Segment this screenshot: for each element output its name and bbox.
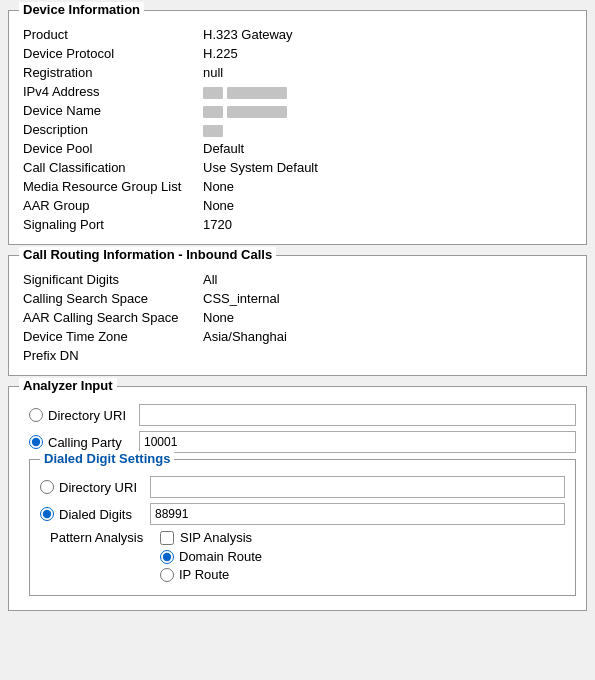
analyzer-input-section: Analyzer Input Directory URI Calling Par… xyxy=(8,386,587,611)
call-routing-title: Call Routing Information - Inbound Calls xyxy=(19,247,276,262)
row-value: H.225 xyxy=(199,44,576,63)
pattern-analysis-label: Pattern Analysis xyxy=(50,530,160,545)
row-label: Calling Search Space xyxy=(19,289,199,308)
row-label: Device Protocol xyxy=(19,44,199,63)
analyzer-directory-uri-radio[interactable] xyxy=(29,408,43,422)
analyzer-inner: Directory URI Calling Party Dialed Digit… xyxy=(19,395,576,596)
row-value: Asia/Shanghai xyxy=(199,327,576,346)
table-row: Significant DigitsAll xyxy=(19,270,576,289)
row-value xyxy=(199,82,576,101)
row-label: Device Time Zone xyxy=(19,327,199,346)
table-row: Device PoolDefault xyxy=(19,139,576,158)
dialed-digits-radio[interactable] xyxy=(40,507,54,521)
table-row: Device Name xyxy=(19,101,576,120)
row-label: Device Pool xyxy=(19,139,199,158)
call-routing-table: Significant DigitsAllCalling Search Spac… xyxy=(19,270,576,365)
route-options-container: Domain Route IP Route xyxy=(160,549,565,582)
analyzer-calling-party-row: Calling Party xyxy=(29,431,576,453)
table-row: Calling Search SpaceCSS_internal xyxy=(19,289,576,308)
row-label: Prefix DN xyxy=(19,346,199,365)
device-info-title: Device Information xyxy=(19,2,144,17)
ip-route-label: IP Route xyxy=(179,567,229,582)
row-value: Default xyxy=(199,139,576,158)
table-row: AAR GroupNone xyxy=(19,196,576,215)
table-row: Call ClassificationUse System Default xyxy=(19,158,576,177)
table-row: Signaling Port1720 xyxy=(19,215,576,234)
dialed-digit-settings-section: Dialed Digit Settings Directory URI Dial… xyxy=(29,459,576,596)
domain-route-option: Domain Route xyxy=(160,549,565,564)
pattern-analysis-row: Pattern Analysis SIP Analysis xyxy=(40,530,565,545)
dialed-digit-settings-title: Dialed Digit Settings xyxy=(40,451,174,466)
dialed-digits-row: Dialed Digits xyxy=(40,503,565,525)
sip-analysis-label: SIP Analysis xyxy=(180,530,252,545)
table-row: Prefix DN xyxy=(19,346,576,365)
dialed-directory-uri-radio[interactable] xyxy=(40,480,54,494)
analyzer-directory-uri-row: Directory URI xyxy=(29,404,576,426)
row-value: CSS_internal xyxy=(199,289,576,308)
pixelated-block xyxy=(203,87,223,99)
row-label: AAR Group xyxy=(19,196,199,215)
sip-analysis-checkbox[interactable] xyxy=(160,531,174,545)
row-label: Product xyxy=(19,25,199,44)
analyzer-calling-party-label[interactable]: Calling Party xyxy=(29,435,139,450)
row-value: None xyxy=(199,196,576,215)
pixelated-block xyxy=(227,106,287,118)
row-label: Call Classification xyxy=(19,158,199,177)
table-row: Device ProtocolH.225 xyxy=(19,44,576,63)
row-value: All xyxy=(199,270,576,289)
table-row: IPv4 Address xyxy=(19,82,576,101)
analyzer-directory-uri-label[interactable]: Directory URI xyxy=(29,408,139,423)
table-row: ProductH.323 Gateway xyxy=(19,25,576,44)
table-row: Device Time ZoneAsia/Shanghai xyxy=(19,327,576,346)
device-info-table: ProductH.323 GatewayDevice ProtocolH.225… xyxy=(19,25,576,234)
analyzer-input-title: Analyzer Input xyxy=(19,378,117,393)
table-row: Registrationnull xyxy=(19,63,576,82)
row-value: None xyxy=(199,177,576,196)
pixelated-block xyxy=(227,87,287,99)
row-value xyxy=(199,346,576,365)
table-row: Media Resource Group ListNone xyxy=(19,177,576,196)
analyzer-calling-party-radio[interactable] xyxy=(29,435,43,449)
call-routing-section: Call Routing Information - Inbound Calls… xyxy=(8,255,587,376)
dialed-directory-uri-input[interactable] xyxy=(150,476,565,498)
row-label: Media Resource Group List xyxy=(19,177,199,196)
row-value: null xyxy=(199,63,576,82)
row-label: Significant Digits xyxy=(19,270,199,289)
row-value xyxy=(199,101,576,120)
device-information-section: Device Information ProductH.323 GatewayD… xyxy=(8,10,587,245)
pixelated-block xyxy=(203,125,223,137)
sip-analysis-container: SIP Analysis xyxy=(160,530,252,545)
pixelated-block xyxy=(203,106,223,118)
row-label: Registration xyxy=(19,63,199,82)
row-label: IPv4 Address xyxy=(19,82,199,101)
row-label: Description xyxy=(19,120,199,139)
ip-route-option: IP Route xyxy=(160,567,565,582)
row-value: 1720 xyxy=(199,215,576,234)
dialed-digits-input[interactable] xyxy=(150,503,565,525)
row-value: Use System Default xyxy=(199,158,576,177)
row-value: None xyxy=(199,308,576,327)
row-label: Signaling Port xyxy=(19,215,199,234)
row-label: Device Name xyxy=(19,101,199,120)
domain-route-label: Domain Route xyxy=(179,549,262,564)
ip-route-radio[interactable] xyxy=(160,568,174,582)
dialed-digits-label[interactable]: Dialed Digits xyxy=(40,507,150,522)
table-row: AAR Calling Search SpaceNone xyxy=(19,308,576,327)
row-value xyxy=(199,120,576,139)
analyzer-calling-party-input[interactable] xyxy=(139,431,576,453)
dialed-directory-uri-row: Directory URI xyxy=(40,476,565,498)
dialed-directory-uri-label[interactable]: Directory URI xyxy=(40,480,150,495)
row-label: AAR Calling Search Space xyxy=(19,308,199,327)
domain-route-radio[interactable] xyxy=(160,550,174,564)
analyzer-directory-uri-input[interactable] xyxy=(139,404,576,426)
table-row: Description xyxy=(19,120,576,139)
row-value: H.323 Gateway xyxy=(199,25,576,44)
